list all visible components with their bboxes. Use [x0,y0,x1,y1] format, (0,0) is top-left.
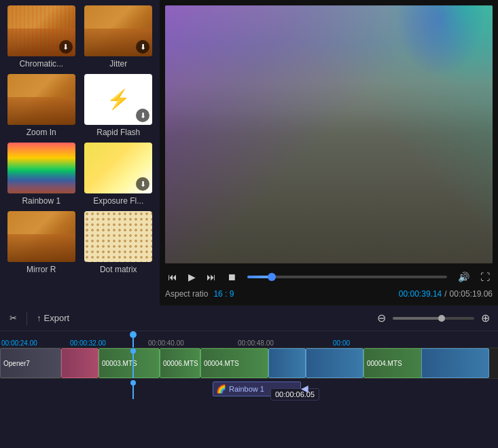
effect-thumb-mirrorr [7,211,75,262]
play-button[interactable]: ▶ [185,270,198,284]
timeline-ruler: 00:00:24.00 00:00:32.00 00:00:40.00 00:0… [0,331,498,348]
tracks-area: Opener7 00003.MTS 00006.MTS 00004.MTS [0,348,498,448]
zoom-controls: ⊖ ⊕ [374,310,493,326]
effect-thumb-jitter: ⬇ [84,5,152,56]
download-badge-chromatic[interactable]: ⬇ [59,40,73,54]
effect-item-mirrorr[interactable]: Mirror R [5,211,77,274]
rainbow-clip-icon: 🌈 [216,384,226,394]
effect-item-zoomin[interactable]: Zoom In [5,74,77,137]
progress-thumb[interactable] [268,273,276,281]
effect-item-dotmatrix[interactable]: Dot matrix [83,211,155,274]
effect-item-jitter[interactable]: ⬇ Jitter [83,5,155,69]
effect-item-exposure[interactable]: ⬇ Exposure Fl... [83,143,155,206]
effect-thumb-rapidflash: ⚡ ⬇ [84,74,152,125]
effect-label-mirrorr: Mirror R [26,265,56,274]
zoom-slider-thumb[interactable] [438,315,445,322]
clip-mts1[interactable]: 00003.MTS [99,348,160,378]
ruler-tick-2: 00:00:40.00 [148,339,184,347]
effect-thumb-exposure: ⬇ [84,143,152,193]
effect-item-rapidflash[interactable]: ⚡ ⬇ Rapid Flash [83,74,155,137]
timeline-toolbar: ✂ ↑ Export ⊖ ⊕ [0,305,498,331]
download-badge-exposure[interactable]: ⬇ [136,177,149,191]
clip-mts2[interactable]: 00006.MTS [160,348,200,378]
clip-mts3[interactable]: 00004.MTS [200,348,268,378]
effects-track-playhead [132,380,134,399]
effect-thumb-chromatic: ⬇ [7,5,75,56]
app-layout: ⬇ Chromatic... ⬇ Jitter [0,0,498,448]
time-separator: / [444,289,446,299]
stop-button[interactable]: ⏹ [224,270,239,284]
zoom-out-button[interactable]: ⊖ [374,310,389,326]
clip-mts1-label: 00003.MTS [102,360,137,367]
ruler-tick-1: 00:00:32.00 [70,339,106,347]
fast-forward-button[interactable]: ⏭ [204,270,219,284]
effect-label-dotmatrix: Dot matrix [100,265,137,274]
export-label: Export [44,313,70,323]
effect-thumb-zoomin [7,74,75,125]
effects-track: 🌈 Rainbow 1 00:00:06.05 ◀ [0,380,498,399]
timeline-section: ✂ ↑ Export ⊖ ⊕ 00:00:24.00 00:00:32.00 0… [0,305,498,448]
clip-pink[interactable] [61,348,99,378]
aspect-ratio-value: 16 : 9 [213,289,234,299]
effect-thumb-dotmatrix [84,211,152,262]
zoom-slider-fill [393,317,442,320]
aspect-ratio-label: Aspect ratio [165,289,208,299]
effect-label-rainbow: Rainbow 1 [22,196,60,206]
clip-opener7[interactable]: Opener7 [0,348,61,378]
effect-item-rainbow[interactable]: Rainbow 1 [5,143,77,206]
effects-grid: ⬇ Chromatic... ⬇ Jitter [5,5,154,274]
volume-button[interactable]: 🔊 [455,270,472,284]
zoom-in-button[interactable]: ⊕ [478,310,493,326]
clip-mts3-label: 00004.MTS [204,360,239,367]
clip-mts5-label: 00004.MTS [367,360,402,367]
info-bar: Aspect ratio 16 : 9 00:00:39.14 / 00:05:… [165,288,493,300]
ruler-tick-3: 00:00:48.00 [238,339,274,347]
export-icon: ↑ [37,313,41,323]
top-section: ⬇ Chromatic... ⬇ Jitter [0,0,498,305]
fullscreen-button[interactable]: ⛶ [478,270,493,284]
preview-area: ⏮ ▶ ⏭ ⏹ 🔊 ⛶ Aspect ratio 16 : 9 00:00:39… [160,0,498,305]
ruler-playhead [132,331,134,348]
scissors-button[interactable]: ✂ [5,311,21,325]
rainbow-clip-label: Rainbow 1 [229,385,264,393]
zoom-slider[interactable] [393,317,474,320]
ruler-tick-0: 00:00:24.00 [1,339,37,347]
video-track: Opener7 00003.MTS 00006.MTS 00004.MTS [0,348,498,379]
effect-label-rapidflash: Rapid Flash [96,128,140,137]
toolbar-divider-1 [26,312,27,325]
effects-sidebar: ⬇ Chromatic... ⬇ Jitter [0,0,160,305]
clip-opener7-label: Opener7 [3,360,30,367]
clip-mts6[interactable] [421,348,489,378]
effect-label-chromatic: Chromatic... [19,59,63,69]
export-button[interactable]: ↑ Export [33,311,73,325]
effect-thumb-rainbow [7,143,75,193]
rainbow-effect-clip[interactable]: 🌈 Rainbow 1 [213,381,301,396]
effect-label-jitter: Jitter [109,59,127,69]
clip-mts2-label: 00006.MTS [163,360,198,367]
effect-label-zoomin: Zoom In [26,128,56,137]
effect-label-exposure: Exposure Fl... [93,196,143,206]
time-current: 00:00:39.14 [399,289,442,299]
effect-item-chromatic[interactable]: ⬇ Chromatic... [5,5,77,69]
progress-bar[interactable] [247,276,447,278]
rewind-button[interactable]: ⏮ [165,270,180,284]
controls-bar: ⏮ ▶ ⏭ ⏹ 🔊 ⛶ [165,263,493,288]
preview-video [165,5,493,263]
time-total: 00:05:19.06 [450,289,493,299]
clip-start-arrow: ◀ [301,383,308,394]
clip-mts4b[interactable] [306,348,363,378]
clip-mts4[interactable] [268,348,306,378]
download-badge-rapidflash[interactable]: ⬇ [136,109,149,122]
tree-overlay [361,5,493,122]
ruler-tick-4: 00:00 [333,339,350,347]
